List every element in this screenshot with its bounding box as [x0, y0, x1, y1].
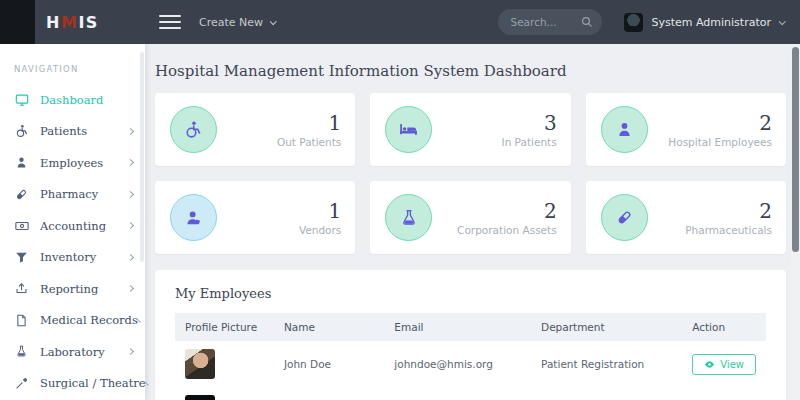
eye-icon [704, 360, 715, 369]
sidebar-item-label: Pharmacy [40, 187, 128, 201]
stat-label: Vendors [217, 224, 341, 236]
stat-label: Pharmaceuticals [648, 224, 772, 236]
sidebar-item-label: Employees [40, 156, 128, 170]
stat-value: 1 [217, 200, 341, 222]
sidebar-scrollbar[interactable] [140, 52, 144, 262]
search-icon [581, 16, 593, 28]
user-name: System Administrator [651, 16, 771, 29]
person-icon [601, 106, 648, 153]
wheelchair-icon [14, 124, 29, 139]
my-employees-title: My Employees [175, 286, 766, 301]
file-icon [14, 313, 29, 328]
chevron-right-icon [127, 348, 134, 355]
table-row: John Doe johndoe@hmis.org Patient Regist… [175, 341, 766, 387]
main-content: Hospital Management Information System D… [145, 44, 800, 400]
chevron-right-icon [127, 159, 134, 166]
sidebar-item-label: Dashboard [40, 93, 133, 107]
view-button[interactable]: View [692, 354, 756, 375]
scalpel-icon [14, 376, 29, 391]
sidebar-item-pharmacy[interactable]: Pharmacy [0, 179, 145, 211]
vendor-icon [170, 194, 217, 241]
column-header-department: Department [531, 313, 682, 341]
employees-table: Profile Picture Name Email Department Ac… [175, 313, 766, 400]
create-new-label: Create New [199, 16, 263, 29]
top-bar: HMIS Create New System Administrator [0, 0, 800, 44]
chevron-right-icon [127, 222, 134, 229]
employee-photo [185, 349, 215, 379]
hmis-dashboard: HMIS Create New System Administrator NAV… [0, 0, 800, 400]
stats-grid: 1 Out Patients 3 In Patients [155, 93, 786, 254]
employee-name: Abu Hamadi [274, 387, 384, 400]
stat-value: 1 [217, 112, 341, 134]
navigation-section-label: NAVIGATION [14, 64, 145, 74]
flask-icon [14, 344, 29, 359]
sidebar-item-label: Accounting [40, 219, 128, 233]
stat-label: Hospital Employees [648, 136, 772, 148]
hmis-logo-text: HMIS [46, 13, 99, 32]
bed-icon [385, 106, 432, 153]
employee-email: johndoe@hmis.org [384, 341, 531, 387]
chevron-down-icon [779, 18, 786, 25]
table-header-row: Profile Picture Name Email Department Ac… [175, 313, 766, 341]
capsule-icon [14, 187, 29, 202]
stat-value: 2 [648, 200, 772, 222]
chevron-right-icon [127, 191, 134, 198]
column-header-profile-picture: Profile Picture [175, 313, 274, 341]
stat-card-out-patients: 1 Out Patients [155, 93, 355, 166]
view-button-label: View [720, 359, 744, 370]
logo-is: IS [78, 13, 98, 32]
stat-value: 2 [432, 200, 556, 222]
create-new-dropdown[interactable]: Create New [199, 16, 275, 29]
chevron-right-icon [127, 128, 134, 135]
column-header-name: Name [274, 313, 384, 341]
my-employees-card: My Employees Profile Picture Name Email … [155, 270, 786, 400]
sidebar-item-dashboard[interactable]: Dashboard [0, 84, 145, 116]
stat-value: 2 [648, 112, 772, 134]
employee-email: hamadi@hmis.org [384, 387, 531, 400]
sidebar-item-employees[interactable]: Employees [0, 147, 145, 179]
stat-card-hospital-employees: 2 Hospital Employees [586, 93, 786, 166]
sidebar-item-reporting[interactable]: Reporting [0, 273, 145, 305]
sidebar-item-patients[interactable]: Patients [0, 116, 145, 148]
person-icon [14, 155, 29, 170]
sidebar-item-label: Laboratory [40, 345, 128, 359]
column-header-email: Email [384, 313, 531, 341]
sidebar-item-laboratory[interactable]: Laboratory [0, 336, 145, 368]
logo-dark-edge [0, 0, 35, 44]
user-avatar [624, 13, 643, 32]
employee-department: Patient Registration [531, 341, 682, 387]
column-header-action: Action [682, 313, 766, 341]
chevron-right-icon [127, 254, 134, 261]
sidebar: NAVIGATION Dashboard Patients Empl [0, 44, 145, 400]
main-scrollbar-track [791, 44, 800, 400]
sidebar-item-accounting[interactable]: Accounting [0, 210, 145, 242]
sidebar-item-label: Medical Records [40, 313, 138, 327]
page-title: Hospital Management Information System D… [155, 62, 786, 80]
employee-department: General Physician [531, 387, 682, 400]
employee-name: John Doe [274, 341, 384, 387]
funnel-icon [14, 250, 29, 265]
stat-value: 3 [432, 112, 556, 134]
stat-card-corporation-assets: 2 Corporation Assets [370, 181, 570, 254]
sidebar-item-label: Reporting [40, 282, 128, 296]
sidebar-item-label: Inventory [40, 250, 128, 264]
stat-label: Corporation Assets [432, 224, 556, 236]
stat-card-in-patients: 3 In Patients [370, 93, 570, 166]
stat-card-vendors: 1 Vendors [155, 181, 355, 254]
search-box [498, 9, 602, 35]
sidebar-item-inventory[interactable]: Inventory [0, 242, 145, 274]
user-menu[interactable]: System Administrator [624, 13, 784, 32]
employee-photo [185, 395, 215, 400]
logo-m: M [61, 13, 78, 32]
main-scrollbar-thumb[interactable] [792, 47, 799, 252]
logo: HMIS [0, 0, 145, 44]
monitor-icon [14, 92, 29, 107]
sidebar-item-medical-records[interactable]: Medical Records [0, 305, 145, 337]
logo-h: H [46, 13, 61, 32]
wheelchair-icon [170, 106, 217, 153]
chevron-right-icon [127, 285, 134, 292]
sidebar-item-surgical-theatre[interactable]: Surgical / Theatre [0, 368, 145, 400]
hamburger-menu-icon[interactable] [159, 11, 181, 33]
chevron-down-icon [270, 18, 277, 25]
table-row: Abu Hamadi hamadi@hmis.org General Physi… [175, 387, 766, 400]
